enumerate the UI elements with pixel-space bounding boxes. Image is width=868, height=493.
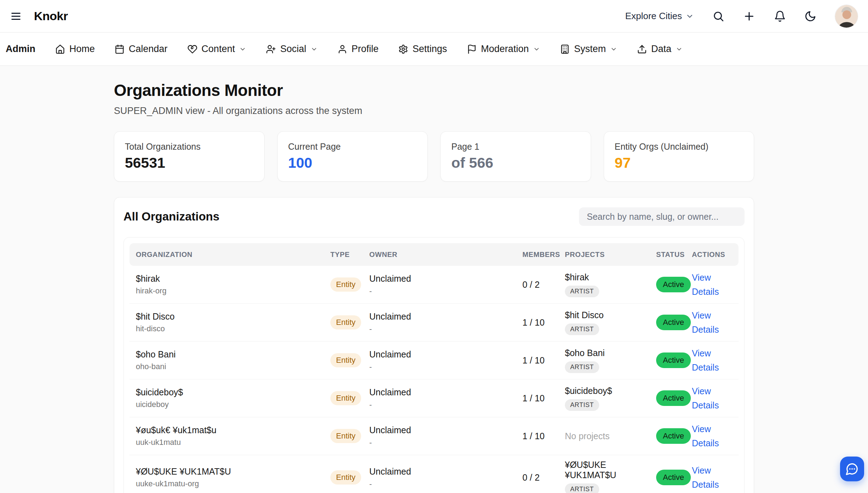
admin-nav-item-moderation[interactable]: Moderation [467, 44, 540, 55]
nav-item-label: Social [280, 44, 306, 55]
hamburger-menu-icon[interactable] [10, 10, 22, 22]
home-icon [55, 44, 65, 54]
project-tag-badge: ARTIST [565, 286, 599, 297]
org-name: $hit Disco [136, 311, 330, 322]
owner-cell: Unclaimed - [369, 425, 522, 447]
table-row: ¥øu$uk€ ¥uk1mat$u uuk-uk1matu Entity Unc… [129, 417, 739, 455]
stat-card: Current Page 100 [277, 131, 428, 182]
status-badge: Active [656, 470, 691, 485]
chevron-down-icon [239, 46, 246, 53]
admin-nav-item-data[interactable]: Data [637, 44, 683, 55]
organization-cell: ¥øu$uk€ ¥uk1mat$u uuk-uk1matu [136, 425, 330, 447]
view-details-link[interactable]: View Details [692, 346, 729, 374]
column-header: PROJECTS [565, 251, 656, 259]
stat-card: Entity Orgs (Unclaimed) 97 [604, 131, 754, 182]
project-name: $oho Bani [565, 348, 656, 358]
top-navbar: Knokr Explore Cities [0, 0, 868, 33]
admin-nav-item-settings[interactable]: Settings [398, 44, 447, 55]
upload-icon [637, 44, 647, 54]
project-tag-badge: ARTIST [565, 483, 599, 493]
owner-cell: Unclaimed - [369, 349, 522, 372]
stat-label: Current Page [288, 142, 417, 152]
column-header: ACTIONS [692, 251, 732, 259]
table-row: $hirak hirak-org Entity Unclaimed - 0 / … [129, 266, 739, 304]
owner-cell: Unclaimed - [369, 311, 522, 334]
status-cell: Active [656, 470, 692, 485]
stats-cards: Total Organizations 56531 Current Page 1… [114, 131, 754, 182]
search-input[interactable] [579, 207, 745, 226]
members-cell: 1 / 10 [522, 317, 565, 328]
stat-card: Page 1 of 566 [440, 131, 591, 182]
actions-cell: View Details [692, 384, 732, 412]
no-projects-label: No projects [565, 431, 656, 441]
view-details-link[interactable]: View Details [692, 270, 729, 299]
projects-cell: $oho Bani ARTIST [565, 348, 656, 373]
owner-name: Unclaimed [369, 387, 522, 397]
type-cell: Entity [330, 470, 369, 485]
status-cell: Active [656, 352, 692, 368]
gear-icon [398, 44, 408, 54]
nav-item-label: Calendar [129, 44, 168, 55]
status-cell: Active [656, 428, 692, 444]
owner-sub: - [369, 287, 522, 296]
org-name: $uicideboy$ [136, 387, 330, 397]
nav-item-label: Settings [412, 44, 447, 55]
admin-nav-item-system[interactable]: System [560, 44, 617, 55]
projects-cell: $hirak ARTIST [565, 272, 656, 297]
entity-type-badge: Entity [330, 315, 361, 329]
status-badge: Active [656, 352, 691, 368]
flag-icon [467, 44, 477, 54]
projects-cell: No projects [565, 431, 656, 441]
nav-item-label: System [574, 44, 606, 55]
org-slug: uuke-uk1matu-org [136, 479, 330, 488]
admin-nav-item-content[interactable]: Content [187, 44, 247, 55]
actions-cell: View Details [692, 463, 732, 492]
admin-nav-item-social[interactable]: Social [266, 44, 318, 55]
admin-nav: Admin Home Calendar Content Social Profi… [0, 33, 868, 66]
explore-cities-dropdown[interactable]: Explore Cities [625, 11, 694, 22]
status-badge: Active [656, 390, 691, 406]
owner-sub: - [369, 480, 522, 489]
owner-cell: Unclaimed - [369, 466, 522, 489]
user-avatar[interactable] [835, 5, 858, 28]
type-cell: Entity [330, 391, 369, 405]
chat-button[interactable] [840, 457, 864, 481]
owner-cell: Unclaimed - [369, 274, 522, 296]
all-organizations-card: All Organizations ORGANIZATIONTYPEOWNERM… [114, 197, 754, 493]
calendar-icon [115, 44, 125, 54]
main-content: Organizations Monitor SUPER_ADMIN view -… [114, 81, 754, 493]
type-cell: Entity [330, 429, 369, 443]
view-details-link[interactable]: View Details [692, 463, 729, 492]
status-badge: Active [656, 277, 691, 292]
owner-cell: Unclaimed - [369, 387, 522, 409]
heart-handshake-icon [187, 44, 197, 54]
organization-cell: $oho Bani oho-bani [136, 349, 330, 371]
table-row: $uicideboy$ uicideboy Entity Unclaimed -… [129, 379, 739, 417]
stat-label: Total Organizations [125, 142, 254, 152]
admin-nav-item-home[interactable]: Home [55, 44, 95, 55]
dark-mode-moon-icon[interactable] [804, 10, 816, 22]
entity-type-badge: Entity [330, 470, 361, 485]
actions-cell: View Details [692, 270, 732, 299]
notifications-bell-icon[interactable] [774, 10, 786, 22]
search-icon[interactable] [712, 10, 724, 22]
owner-name: Unclaimed [369, 349, 522, 360]
view-details-link[interactable]: View Details [692, 384, 729, 412]
admin-nav-item-admin[interactable]: Admin [6, 44, 35, 55]
org-slug: uicideboy [136, 400, 330, 409]
view-details-link[interactable]: View Details [692, 422, 729, 450]
entity-type-badge: Entity [330, 277, 361, 292]
view-details-link[interactable]: View Details [692, 308, 729, 337]
table-row: $hit Disco hit-disco Entity Unclaimed - … [129, 304, 739, 342]
members-cell: 0 / 2 [522, 472, 565, 483]
org-slug: oho-bani [136, 362, 330, 371]
entity-type-badge: Entity [330, 391, 361, 405]
add-icon[interactable] [743, 10, 756, 23]
admin-nav-item-calendar[interactable]: Calendar [115, 44, 168, 55]
brand-logo[interactable]: Knokr [34, 9, 68, 23]
owner-name: Unclaimed [369, 425, 522, 435]
members-cell: 1 / 10 [522, 393, 565, 403]
owner-sub: - [369, 362, 522, 372]
admin-nav-item-profile[interactable]: Profile [337, 44, 379, 55]
members-cell: 1 / 10 [522, 355, 565, 366]
